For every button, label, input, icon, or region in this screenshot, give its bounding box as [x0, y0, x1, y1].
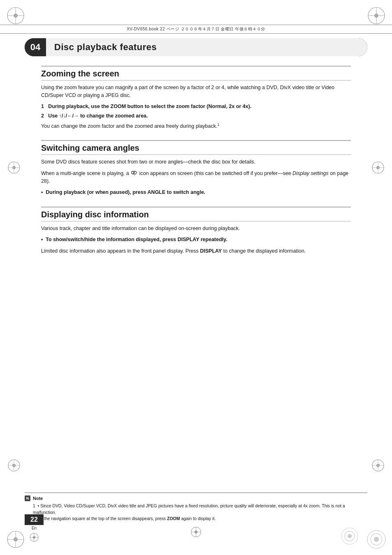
note-item-1: 1 • Since DVD, Video CD/Super VCD, DivX …: [25, 503, 367, 516]
page-number-area: 22 En: [25, 514, 44, 543]
section-camera: Switching camera angles Some DVD discs f…: [41, 140, 351, 197]
disc-info-bullet-label: • To show/switch/hide the information di…: [41, 237, 227, 242]
zooming-intro: Using the zoom feature you can magnify a…: [41, 84, 351, 100]
header-bar: XV-DV656.book 22 ページ ２００６年４月７日 金曜日 午後６時４…: [0, 25, 392, 34]
section-camera-header: Switching camera angles: [41, 140, 351, 155]
note-header: N Note: [25, 495, 367, 501]
corner-decoration-br: [364, 527, 389, 552]
note-icon: N: [25, 495, 30, 501]
step-1: 1 During playback, use the ZOOM button t…: [41, 103, 351, 109]
page-reg-mark: [29, 532, 39, 543]
step-2: 2 Use ↑/↓/←/→ to change the zoomed area.: [41, 113, 351, 119]
section-zooming-title: Zooming the screen: [41, 69, 119, 78]
side-mark-right-top: [371, 160, 385, 175]
disc-info-bullet: • To show/switch/hide the information di…: [41, 236, 351, 255]
chapter-title: Disc playback features: [54, 42, 157, 53]
side-mark-right-bottom: [371, 458, 385, 473]
svg-point-32: [134, 171, 137, 174]
camera-detail: When a multi-angle scene is playing, a n…: [41, 170, 351, 186]
disc-info-intro: Various track, chapter and title informa…: [41, 225, 351, 233]
note-section: N Note 1 • Since DVD, Video CD/Super VCD…: [25, 493, 367, 522]
camera-bullet-label: • During playback (or when paused), pres…: [41, 189, 205, 195]
camera-bullet: • During playback (or when paused), pres…: [41, 189, 351, 196]
section-zooming-header: Zooming the screen: [41, 66, 351, 81]
step-2-label: 2 Use ↑/↓/←/→ to change the zoomed area.: [41, 113, 148, 119]
page-container: XV-DV656.book 22 ページ ２００６年４月７日 金曜日 午後６時４…: [0, 0, 392, 555]
section-disc-info-title: Displaying disc information: [41, 210, 149, 219]
section-disc-info-header: Displaying disc information: [41, 207, 351, 221]
page-lang: En: [32, 526, 37, 530]
svg-point-45: [348, 534, 352, 538]
step-1-label: 1 During playback, use the ZOOM button t…: [41, 104, 251, 109]
bottom-center-reg-mark: [190, 526, 202, 539]
side-mark-left-bottom: [7, 458, 21, 473]
chapter-header: 04 Disc playback features: [25, 38, 367, 56]
disc-info-bullet-detail: Limited disc information also appears in…: [41, 247, 351, 255]
bottom-right-deco: [340, 527, 359, 547]
section-camera-title: Switching camera angles: [41, 143, 139, 152]
corner-decoration-tr: [364, 3, 389, 28]
chapter-number: 04: [25, 38, 46, 56]
corner-decoration-bl: [3, 527, 28, 552]
svg-text:0: 0: [134, 175, 135, 176]
page-number: 22: [25, 514, 44, 525]
section-disc-info: Displaying disc information Various trac…: [41, 207, 351, 255]
svg-point-14: [374, 537, 379, 542]
side-mark-left-top: [7, 160, 21, 175]
corner-decoration-tl: [3, 3, 28, 28]
header-bar-text: XV-DV656.book 22 ページ ２００６年４月７日 金曜日 午後６時４…: [127, 26, 265, 32]
content-area: Zooming the screen Using the zoom featur…: [41, 66, 351, 506]
note-item-2: • If the navigation square at the top of…: [25, 516, 367, 522]
section-zooming: Zooming the screen Using the zoom featur…: [41, 66, 351, 130]
camera-intro: Some DVD discs feature scenes shot from …: [41, 158, 351, 166]
step-2-detail: You can change the zoom factor and the z…: [41, 122, 351, 131]
note-title: Note: [33, 496, 43, 501]
chapter-title-area: Disc playback features: [46, 38, 367, 56]
